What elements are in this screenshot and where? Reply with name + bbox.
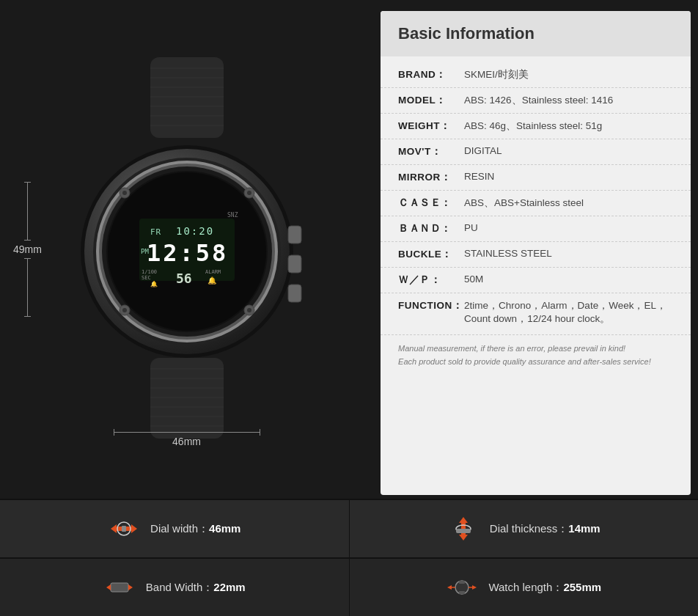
info-row-2: WEIGHT：ABS: 46g、Stainless steel: 51g	[381, 114, 691, 139]
svg-text:12:58: 12:58	[147, 239, 228, 267]
svg-rect-58	[459, 591, 465, 594]
info-row-1: MODEL：ABS: 1426、Stainless steel: 1416	[381, 88, 691, 114]
info-label-5: ＣＡＳＥ：	[398, 197, 464, 210]
info-title-bar: Basic Information	[381, 11, 691, 56]
info-value-3: DIGITAL	[464, 145, 673, 156]
watch-image: SNZ FR 10:20 PM 12:58 1/100 SEC 🔔 56 ALA…	[62, 57, 312, 441]
spec-bar-bottom: Band Width：22mm Watch length：255mm	[0, 557, 698, 616]
info-value-1: ABS: 1426、Stainless steel: 1416	[464, 94, 673, 107]
spec-cell-dial-thickness: Dial thickness：14mm	[350, 500, 699, 557]
watch-length-label: Watch length：255mm	[488, 581, 601, 595]
info-row-0: BRAND：SKMEI/时刻美	[381, 62, 691, 88]
svg-text:1/100: 1/100	[142, 269, 157, 275]
svg-text:🔔: 🔔	[207, 276, 217, 285]
spec-bar-top: Dial width：46mm Dial thickness：14mm	[0, 499, 698, 557]
svg-marker-59	[447, 585, 452, 590]
info-note2: Each product sold to provide quality ass…	[398, 356, 673, 369]
dial-width-value: 46mm	[209, 522, 240, 535]
dial-thickness-icon	[447, 513, 480, 545]
info-row-4: MIRROR：RESIN	[381, 165, 691, 191]
info-row-5: ＣＡＳＥ：ABS、ABS+Stainless steel	[381, 191, 691, 216]
dim-width-value: 49mm	[13, 243, 42, 255]
dial-width-icon	[108, 513, 140, 545]
info-row-8: Ｗ／Ｐ：50M	[381, 268, 691, 293]
info-note1: Manual measurement, if there is an error…	[398, 342, 673, 356]
info-label-7: BUCKLE：	[398, 248, 464, 261]
svg-rect-53	[111, 583, 128, 592]
svg-rect-32	[288, 226, 301, 243]
watch-area: 49mm	[0, 0, 373, 499]
svg-rect-49	[122, 526, 126, 532]
svg-point-27	[247, 191, 251, 195]
spec-cell-watch-length: Watch length：255mm	[350, 559, 699, 616]
info-row-6: ＢＡＮＤ：PU	[381, 216, 691, 242]
dim-width-label: 49mm	[13, 182, 42, 317]
band-width-value: 22mm	[213, 581, 245, 593]
info-label-4: MIRROR：	[398, 171, 464, 184]
info-label-2: WEIGHT：	[398, 120, 464, 133]
info-value-7: STAINLESS STEEL	[464, 248, 673, 259]
band-width-icon	[103, 571, 136, 604]
info-note: Manual measurement, if there is an error…	[381, 334, 691, 368]
info-label-8: Ｗ／Ｐ：	[398, 274, 464, 287]
info-label-3: MOV'T：	[398, 145, 464, 158]
svg-rect-34	[288, 285, 301, 302]
info-row-9: FUNCTION：2time，Chrono，Alarm，Date，Week，EL…	[381, 293, 691, 331]
info-panel: Basic Information BRAND：SKMEI/时刻美MODEL：A…	[381, 11, 691, 495]
svg-text:ALARM: ALARM	[205, 269, 221, 275]
svg-marker-60	[472, 585, 477, 590]
info-value-5: ABS、ABS+Stainless steel	[464, 197, 673, 210]
svg-marker-54	[106, 584, 111, 590]
spec-cell-band-width: Band Width：22mm	[0, 559, 350, 616]
svg-text:SNZ: SNZ	[227, 212, 238, 219]
dial-thickness-value: 14mm	[568, 522, 600, 535]
dial-thickness-label: Dial thickness：14mm	[490, 522, 600, 536]
svg-rect-57	[459, 581, 465, 584]
dim-bottom-value: 46mm	[172, 436, 201, 447]
watch-length-icon	[446, 571, 478, 604]
info-value-6: PU	[464, 222, 673, 233]
svg-marker-55	[128, 584, 133, 590]
info-value-4: RESIN	[464, 171, 673, 182]
svg-rect-33	[288, 255, 301, 273]
svg-text:SEC: SEC	[142, 275, 151, 281]
info-label-9: FUNCTION：	[398, 299, 464, 312]
svg-text:10:20: 10:20	[176, 225, 214, 237]
info-value-2: ABS: 46g、Stainless steel: 51g	[464, 120, 673, 133]
info-label-6: ＢＡＮＤ：	[398, 222, 464, 235]
svg-text:FR: FR	[150, 227, 161, 237]
info-value-8: 50M	[464, 274, 673, 285]
info-value-0: SKMEI/时刻美	[464, 68, 673, 81]
svg-point-29	[122, 308, 127, 312]
info-title: Basic Information	[398, 24, 673, 43]
watch-length-value: 255mm	[563, 581, 601, 593]
info-row-7: BUCKLE：STAINLESS STEEL	[381, 242, 691, 268]
dim-bottom-label: 46mm	[114, 432, 260, 447]
svg-point-31	[247, 308, 251, 312]
band-width-label: Band Width：22mm	[146, 581, 246, 595]
dial-width-label: Dial width：46mm	[150, 522, 240, 536]
info-label-0: BRAND：	[398, 68, 464, 81]
svg-point-25	[122, 191, 127, 195]
svg-rect-52	[456, 529, 471, 533]
spec-cell-dial-width: Dial width：46mm	[0, 500, 350, 557]
svg-text:🔔: 🔔	[150, 280, 158, 287]
info-label-1: MODEL：	[398, 94, 464, 107]
info-value-9: 2time，Chrono，Alarm，Date，Week，EL，Count do…	[464, 299, 673, 326]
info-row-3: MOV'T：DIGITAL	[381, 139, 691, 165]
svg-text:56: 56	[176, 271, 192, 286]
